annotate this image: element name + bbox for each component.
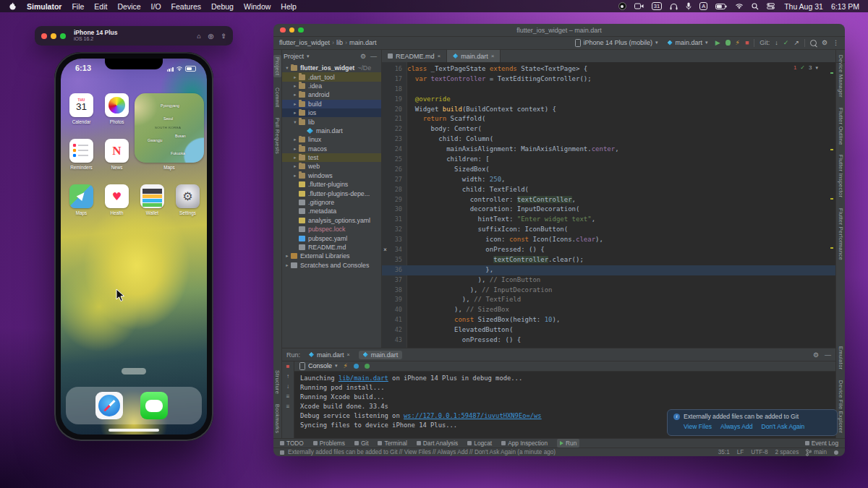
inspections-widget[interactable]: 1 ✓ 3 ▾ [793, 64, 818, 71]
indent-setting[interactable]: 2 spaces [775, 449, 799, 455]
simulator-titlebar[interactable]: iPhone 14 Plus iOS 16.2 ⌂ ◎ ⇧ [35, 26, 233, 46]
console-link[interactable]: ws://127.0.0.1:59487/iuvutHXN9Eo=/ws [404, 412, 542, 419]
menu-edit[interactable]: Edit [94, 2, 107, 11]
settings-gear-icon[interactable]: ⚙ [360, 53, 366, 60]
tool-button-pull-requests[interactable]: Pull Requests [274, 118, 281, 154]
iphone-screen[interactable]: 6:13 THU 31 Calendar Photos Pyongyang Se… [61, 59, 207, 435]
breadcrumb-project[interactable]: flutter_ios_widget [279, 39, 330, 46]
menubar-date[interactable]: Thu Aug 31 [784, 2, 823, 11]
close-tab-icon[interactable]: × [438, 53, 441, 59]
menubar-time[interactable]: 6:13 PM [831, 2, 859, 11]
editor-scroll-marks[interactable] [830, 62, 833, 348]
tree-item-flutter-ios-widget[interactable]: ▾flutter_ios_widget~/De [282, 64, 381, 72]
headphones-icon[interactable] [670, 3, 678, 10]
date-badge[interactable]: 31 [652, 2, 662, 10]
tool-button-dart-analysis[interactable]: Dart Analysis [417, 440, 458, 447]
tree-item-pubspec-lock[interactable]: pubspec.lock [282, 225, 381, 234]
git-commit-button[interactable]: ✓ [783, 40, 789, 46]
code-line[interactable]: 41 const SizedBox(height: 10), [382, 315, 835, 325]
app-wallet[interactable] [140, 184, 164, 208]
settings-gear-icon[interactable]: ⚙ [822, 40, 827, 46]
menu-window[interactable]: Window [244, 2, 271, 11]
spotlight-search-icon[interactable] [752, 3, 759, 10]
code-line[interactable]: 37 ), // IconButton [382, 275, 835, 286]
spotlight-search-pill[interactable] [122, 368, 146, 374]
tool-button-flutter-performance[interactable]: Flutter Performance [838, 208, 844, 260]
menu-features[interactable]: Features [171, 2, 201, 11]
debug-button[interactable] [726, 40, 731, 46]
tree-item-test[interactable]: ▸test [282, 153, 381, 162]
code-line[interactable]: 30 decoration: InputDecoration( [382, 205, 835, 215]
code-line[interactable]: 39 ), // TextField [382, 295, 835, 305]
app-maps[interactable] [69, 184, 93, 208]
git-notification[interactable]: i Externally added files can be added to… [667, 409, 838, 436]
tool-button-emulator[interactable]: Emulator [838, 346, 844, 369]
tool-button-app-inspection[interactable]: App Inspection [501, 440, 548, 447]
tree-item-metadata[interactable]: .metadata [282, 207, 381, 215]
dock-app-safari[interactable] [95, 392, 123, 419]
tree-item-web[interactable]: ▸web [282, 162, 381, 171]
tool-button-logcat[interactable]: Logcat [467, 440, 492, 447]
code-line[interactable]: 32 suffixIcon: IconButton( [382, 225, 835, 235]
tree-item-ios[interactable]: ▸ios [282, 108, 381, 117]
code-line[interactable]: 40 ), // SizedBox [382, 305, 835, 315]
stop-button[interactable]: ■ [745, 40, 749, 46]
code-editor[interactable]: 16class _TextPageState extends State<Tex… [382, 62, 835, 348]
project-panel-header[interactable]: Project ▾ ⚙ — [273, 50, 382, 62]
code-line[interactable]: 22 body: Center( [382, 124, 835, 134]
code-line[interactable]: 38 ), // InputDecoration [382, 286, 835, 296]
maps-widget[interactable]: Pyongyang Seoul SOUTH KOREA Gwangju Busa… [135, 93, 204, 163]
menu-debug[interactable]: Debug [211, 2, 234, 11]
code-line[interactable]: 19 @override [382, 95, 835, 105]
tree-item-windows[interactable]: ▸windows [282, 171, 381, 180]
app-health[interactable]: ♥ [105, 184, 129, 208]
record-indicator-icon[interactable] [618, 2, 626, 10]
code-line[interactable]: 43 onPressed: () { [382, 335, 835, 346]
notification-action-always-add[interactable]: Always Add [720, 423, 752, 430]
tree-item-pubspec-yaml[interactable]: pubspec.yaml [282, 234, 381, 242]
clear-console-icon[interactable]: ≡ [286, 403, 290, 410]
tool-button-git[interactable]: Git [354, 440, 369, 447]
tree-item-macos[interactable]: ▸macos [282, 145, 381, 153]
tool-button-device-file-explorer[interactable]: Device File Explorer [838, 380, 844, 433]
stop-button[interactable]: ■ [286, 363, 290, 369]
scroll-down-icon[interactable]: ↓ [286, 383, 289, 390]
code-line[interactable]: 20 Widget build(BuildContext context) { [382, 105, 835, 115]
code-line[interactable]: 27 width: 250, [382, 175, 835, 185]
home-button[interactable]: ⌂ [197, 33, 200, 40]
soft-wrap-icon[interactable]: ≡ [286, 393, 290, 400]
git-push-button[interactable]: ↗ [793, 40, 799, 46]
code-line[interactable]: 29 controller: textController, [382, 195, 835, 205]
zoom-button[interactable] [60, 33, 66, 39]
tool-button-bookmarks[interactable]: Bookmarks [274, 404, 281, 433]
hot-restart-icon[interactable] [354, 364, 359, 369]
notification-action-don-t-ask-again[interactable]: Don't Ask Again [761, 423, 804, 430]
code-line[interactable]: 35 textController.clear(); [382, 255, 835, 265]
tree-item-scratches-and-consoles[interactable]: ▸Scratches and Consoles [282, 261, 381, 270]
menu-help[interactable]: Help [281, 2, 297, 11]
status-message[interactable]: Externally added files can be added to G… [288, 449, 556, 455]
home-indicator[interactable] [109, 429, 159, 432]
run-tab-1[interactable]: main.dart × [305, 351, 354, 359]
code-line[interactable]: 28 child: TextField( [382, 185, 835, 195]
console-tab[interactable]: Console ▾ [299, 362, 338, 370]
app-menu-title[interactable]: Simulator [27, 2, 61, 11]
git-branch-widget[interactable]: main [806, 449, 827, 456]
code-line[interactable]: 18 [382, 85, 835, 95]
tool-button-terminal[interactable]: Terminal [378, 440, 407, 447]
tool-button-commit[interactable]: Commit [274, 87, 281, 108]
close-button[interactable] [41, 33, 47, 39]
microphone-icon[interactable] [686, 2, 692, 10]
close-tab-icon[interactable]: × [347, 352, 350, 357]
code-line[interactable]: 17 var textController = TextEditingContr… [382, 74, 835, 85]
menu-device[interactable]: Device [117, 2, 140, 11]
tool-button-flutter-inspector[interactable]: Flutter Inspector [838, 155, 844, 197]
code-line[interactable]: 24 mainAxisAlignment: MainAxisAlignment.… [382, 145, 835, 155]
run-config-dropdown[interactable]: main.dart ▾ [665, 38, 710, 47]
line-separator[interactable]: LF [737, 449, 744, 455]
scroll-up-icon[interactable]: ↑ [286, 373, 289, 380]
tree-item-main-dart[interactable]: main.dart [282, 127, 381, 135]
app-photos[interactable] [105, 93, 129, 117]
hide-panel-icon[interactable]: — [370, 53, 377, 60]
app-news[interactable]: N [105, 139, 129, 163]
